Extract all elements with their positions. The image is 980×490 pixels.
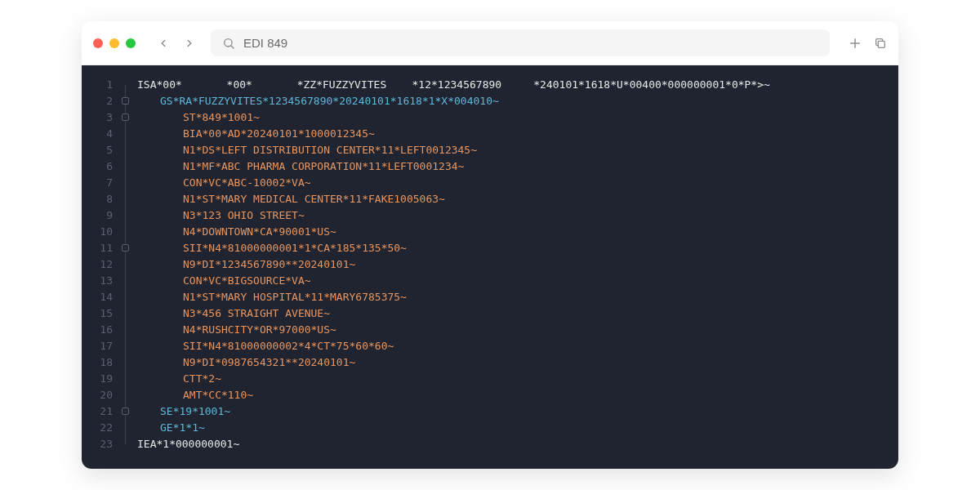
search-bar[interactable]: EDI 849	[211, 29, 830, 56]
code-line[interactable]: GS*RA*FUZZYVITES*1234567890*20240101*161…	[137, 93, 882, 109]
maximize-button[interactable]	[126, 38, 136, 48]
line-number: 13	[82, 273, 113, 289]
line-number: 17	[82, 338, 113, 354]
fold-toggle[interactable]: -	[122, 97, 129, 105]
line-number: 23	[82, 436, 113, 452]
line-number: 7	[82, 175, 113, 191]
code-line[interactable]: CON*VC*ABC-10002*VA~	[137, 175, 882, 191]
line-number: 4	[82, 126, 113, 142]
code-line[interactable]: CTT*2~	[137, 371, 882, 387]
new-tab-button[interactable]	[848, 36, 862, 51]
minimize-button[interactable]	[109, 38, 119, 48]
code-line[interactable]: ST*849*1001~	[137, 109, 882, 126]
code-line[interactable]: N4*RUSHCITY*OR*97000*US~	[137, 322, 882, 338]
code-line[interactable]: N1*ST*MARY MEDICAL CENTER*11*FAKE1005063…	[137, 191, 882, 207]
code-line[interactable]: N1*DS*LEFT DISTRIBUTION CENTER*11*LEFT00…	[137, 142, 882, 158]
line-number: 10	[82, 224, 113, 240]
svg-rect-4	[878, 41, 884, 47]
line-number: 15	[82, 305, 113, 322]
code-line[interactable]: BIA*00*AD*20240101*1000012345~	[137, 126, 882, 142]
line-number: 6	[82, 158, 113, 175]
svg-line-1	[231, 46, 234, 48]
code-line[interactable]: N9*DI*0987654321**20240101~	[137, 354, 882, 371]
code-line[interactable]: IEA*1*000000001~	[137, 436, 882, 452]
chevron-left-icon	[158, 38, 169, 49]
code-line[interactable]: N1*MF*ABC PHARMA CORPORATION*11*LEFT0001…	[137, 158, 882, 175]
line-number: 5	[82, 142, 113, 158]
line-number: 9	[82, 207, 113, 224]
line-number: 21	[82, 403, 113, 420]
code-line[interactable]: N9*DI*1234567890**20240101~	[137, 256, 882, 273]
editor-window: EDI 849 12345678910111213141516171819202…	[82, 21, 898, 469]
line-number: 8	[82, 191, 113, 207]
forward-button[interactable]	[180, 33, 199, 53]
line-number: 18	[82, 354, 113, 371]
chevron-right-icon	[184, 38, 195, 49]
code-line[interactable]: AMT*CC*110~	[137, 387, 882, 403]
line-number: 3	[82, 109, 113, 126]
code-line[interactable]: SE*19*1001~	[137, 403, 882, 420]
code-line[interactable]: N3*123 OHIO STREET~	[137, 207, 882, 224]
line-number: 20	[82, 387, 113, 403]
titlebar: EDI 849	[82, 21, 898, 65]
line-number: 16	[82, 322, 113, 338]
code-line[interactable]: N3*456 STRAIGHT AVENUE~	[137, 305, 882, 322]
code-editor[interactable]: 1234567891011121314151617181920212223 - …	[82, 65, 898, 469]
code-line[interactable]: GE*1*1~	[137, 420, 882, 436]
line-number: 11	[82, 240, 113, 256]
copy-icon	[874, 37, 887, 50]
plus-icon	[848, 36, 862, 51]
close-button[interactable]	[93, 38, 103, 48]
copy-button[interactable]	[874, 36, 887, 51]
fold-toggle[interactable]: -	[122, 114, 129, 121]
code-line[interactable]: SII*N4*81000000002*4*CT*75*60*60~	[137, 338, 882, 354]
fold-toggle[interactable]: -	[122, 244, 129, 252]
line-number: 12	[82, 256, 113, 273]
fold-toggle[interactable]: -	[122, 408, 129, 415]
window-controls	[93, 38, 136, 48]
code-line[interactable]: N1*ST*MARY HOSPITAL*11*MARY6785375~	[137, 289, 882, 305]
code-line[interactable]: CON*VC*BIGSOURCE*VA~	[137, 273, 882, 289]
line-number: 2	[82, 93, 113, 109]
search-icon	[222, 37, 235, 50]
code-line[interactable]: SII*N4*81000000001*1*CA*185*135*50~	[137, 240, 882, 256]
code-content[interactable]: ISA*00* *00* *ZZ*FUZZYVITES *12*12345678…	[134, 77, 898, 452]
line-number-gutter: 1234567891011121314151617181920212223	[82, 77, 122, 452]
nav-arrows	[154, 33, 199, 53]
line-number: 22	[82, 420, 113, 436]
line-number: 1	[82, 77, 113, 93]
code-line[interactable]: N4*DOWNTOWN*CA*90001*US~	[137, 224, 882, 240]
search-input[interactable]: EDI 849	[243, 36, 287, 50]
back-button[interactable]	[154, 33, 173, 53]
fold-column: - - - -	[122, 77, 134, 452]
line-number: 14	[82, 289, 113, 305]
code-line[interactable]: ISA*00* *00* *ZZ*FUZZYVITES *12*12345678…	[137, 77, 882, 93]
line-number: 19	[82, 371, 113, 387]
titlebar-actions	[848, 36, 887, 51]
